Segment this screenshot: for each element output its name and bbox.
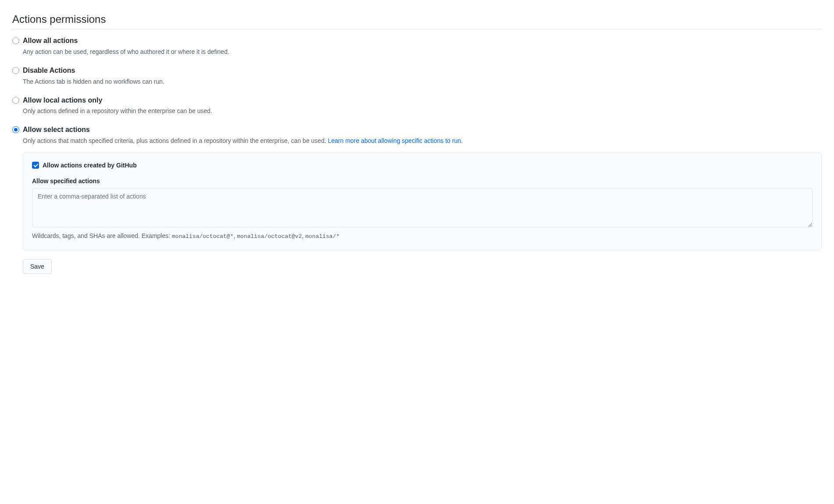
option-local-only-label[interactable]: Allow local actions only [23, 96, 102, 105]
option-disable-label[interactable]: Disable Actions [23, 66, 75, 75]
hint-example-2: monalisa/octocat@v2 [237, 233, 302, 240]
option-local-only: Allow local actions only Only actions de… [12, 96, 822, 116]
actions-permissions-options: Allow all actions Any action can be used… [12, 36, 822, 274]
option-select-desc-text: Only actions that match specified criter… [23, 137, 328, 144]
radio-local-only[interactable] [12, 97, 19, 104]
radio-disable[interactable] [12, 67, 19, 74]
learn-more-link[interactable]: Learn more about allowing specific actio… [328, 137, 463, 144]
allow-github-actions-row: Allow actions created by GitHub [32, 162, 813, 169]
option-select: Allow select actions Only actions that m… [12, 125, 822, 146]
checkbox-allow-github[interactable] [32, 162, 39, 169]
hint-example-3: monalisa/* [305, 233, 339, 240]
radio-select[interactable] [12, 126, 19, 133]
option-allow-all: Allow all actions Any action can be used… [12, 36, 822, 57]
hint-example-1: monalisa/octocat@* [172, 233, 233, 240]
option-disable: Disable Actions The Actions tab is hidde… [12, 66, 822, 86]
option-allow-all-label[interactable]: Allow all actions [23, 36, 78, 46]
specified-actions-input[interactable] [32, 188, 813, 227]
option-disable-desc: The Actions tab is hidden and no workflo… [23, 77, 822, 86]
checkbox-allow-github-label[interactable]: Allow actions created by GitHub [43, 162, 137, 169]
select-actions-subpanel: Allow actions created by GitHub Allow sp… [23, 153, 822, 250]
option-select-label[interactable]: Allow select actions [23, 125, 90, 135]
radio-allow-all[interactable] [12, 37, 19, 44]
option-allow-all-desc: Any action can be used, regardless of wh… [23, 47, 822, 57]
option-select-desc: Only actions that match specified criter… [23, 136, 822, 146]
hint-prefix: Wildcards, tags, and SHAs are allowed. E… [32, 232, 172, 239]
specified-actions-hint: Wildcards, tags, and SHAs are allowed. E… [32, 231, 813, 241]
specified-actions-label: Allow specified actions [32, 177, 813, 185]
option-local-only-desc: Only actions defined in a repository wit… [23, 106, 822, 116]
save-button[interactable]: Save [23, 259, 52, 274]
page-title: Actions permissions [12, 13, 822, 29]
